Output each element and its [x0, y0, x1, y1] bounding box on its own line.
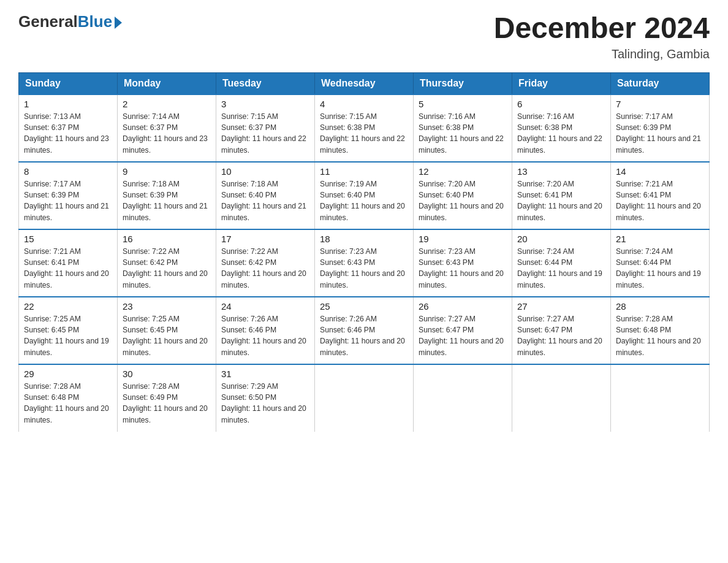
calendar-day-cell: 5Sunrise: 7:16 AMSunset: 6:38 PMDaylight…	[414, 94, 512, 162]
calendar-week-row: 1Sunrise: 7:13 AMSunset: 6:37 PMDaylight…	[19, 94, 710, 162]
day-number: 6	[517, 99, 605, 109]
calendar-day-cell	[315, 364, 414, 432]
calendar-day-cell: 27Sunrise: 7:27 AMSunset: 6:47 PMDayligh…	[512, 297, 611, 364]
day-number: 9	[123, 166, 211, 177]
calendar-day-cell: 31Sunrise: 7:29 AMSunset: 6:50 PMDayligh…	[216, 364, 315, 432]
day-number: 7	[616, 99, 704, 109]
day-number: 26	[419, 301, 507, 312]
calendar-day-cell: 18Sunrise: 7:23 AMSunset: 6:43 PMDayligh…	[315, 229, 414, 297]
day-info: Sunrise: 7:28 AMSunset: 6:48 PMDaylight:…	[616, 313, 704, 358]
calendar-day-cell: 16Sunrise: 7:22 AMSunset: 6:42 PMDayligh…	[118, 229, 216, 297]
logo: General Blue	[18, 12, 122, 31]
day-number: 23	[123, 301, 211, 312]
calendar-day-cell: 4Sunrise: 7:15 AMSunset: 6:38 PMDaylight…	[315, 94, 414, 162]
weekday-header-sunday: Sunday	[19, 72, 118, 94]
weekday-header-row: SundayMondayTuesdayWednesdayThursdayFrid…	[19, 72, 710, 94]
day-number: 29	[24, 369, 112, 379]
calendar-day-cell: 8Sunrise: 7:17 AMSunset: 6:39 PMDaylight…	[19, 162, 118, 229]
day-number: 8	[24, 166, 112, 177]
day-info: Sunrise: 7:26 AMSunset: 6:46 PMDaylight:…	[320, 313, 408, 358]
day-info: Sunrise: 7:25 AMSunset: 6:45 PMDaylight:…	[123, 313, 211, 358]
weekday-header-thursday: Thursday	[414, 72, 512, 94]
day-info: Sunrise: 7:23 AMSunset: 6:43 PMDaylight:…	[419, 246, 507, 291]
day-number: 3	[221, 99, 309, 109]
day-info: Sunrise: 7:24 AMSunset: 6:44 PMDaylight:…	[517, 246, 605, 291]
day-number: 17	[221, 234, 309, 244]
calendar-day-cell: 23Sunrise: 7:25 AMSunset: 6:45 PMDayligh…	[118, 297, 216, 364]
day-info: Sunrise: 7:15 AMSunset: 6:38 PMDaylight:…	[320, 111, 408, 156]
calendar-day-cell: 26Sunrise: 7:27 AMSunset: 6:47 PMDayligh…	[414, 297, 512, 364]
day-info: Sunrise: 7:17 AMSunset: 6:39 PMDaylight:…	[24, 178, 112, 223]
month-title: December 2024	[494, 12, 710, 45]
calendar-day-cell: 3Sunrise: 7:15 AMSunset: 6:37 PMDaylight…	[216, 94, 315, 162]
calendar-day-cell: 21Sunrise: 7:24 AMSunset: 6:44 PMDayligh…	[611, 229, 710, 297]
calendar-day-cell	[414, 364, 512, 432]
weekday-header-friday: Friday	[512, 72, 611, 94]
calendar-day-cell: 1Sunrise: 7:13 AMSunset: 6:37 PMDaylight…	[19, 94, 118, 162]
calendar-table: SundayMondayTuesdayWednesdayThursdayFrid…	[18, 72, 710, 432]
calendar-day-cell: 15Sunrise: 7:21 AMSunset: 6:41 PMDayligh…	[19, 229, 118, 297]
title-area: December 2024 Talinding, Gambia	[494, 12, 710, 61]
calendar-day-cell: 29Sunrise: 7:28 AMSunset: 6:48 PMDayligh…	[19, 364, 118, 432]
day-number: 22	[24, 301, 112, 312]
calendar-week-row: 15Sunrise: 7:21 AMSunset: 6:41 PMDayligh…	[19, 229, 710, 297]
calendar-day-cell: 24Sunrise: 7:26 AMSunset: 6:46 PMDayligh…	[216, 297, 315, 364]
day-number: 15	[24, 234, 112, 244]
day-info: Sunrise: 7:21 AMSunset: 6:41 PMDaylight:…	[616, 178, 704, 223]
day-info: Sunrise: 7:28 AMSunset: 6:48 PMDaylight:…	[24, 381, 112, 426]
calendar-week-row: 8Sunrise: 7:17 AMSunset: 6:39 PMDaylight…	[19, 162, 710, 229]
weekday-header-monday: Monday	[118, 72, 216, 94]
day-number: 30	[123, 369, 211, 379]
day-number: 13	[517, 166, 605, 177]
logo-blue-box: Blue	[78, 12, 122, 31]
day-number: 2	[123, 99, 211, 109]
day-number: 31	[221, 369, 309, 379]
logo-arrow-icon	[115, 17, 122, 29]
day-number: 24	[221, 301, 309, 312]
day-number: 25	[320, 301, 408, 312]
day-number: 20	[517, 234, 605, 244]
calendar-day-cell: 13Sunrise: 7:20 AMSunset: 6:41 PMDayligh…	[512, 162, 611, 229]
day-info: Sunrise: 7:18 AMSunset: 6:40 PMDaylight:…	[221, 178, 309, 223]
day-info: Sunrise: 7:18 AMSunset: 6:39 PMDaylight:…	[123, 178, 211, 223]
calendar-day-cell: 9Sunrise: 7:18 AMSunset: 6:39 PMDaylight…	[118, 162, 216, 229]
day-info: Sunrise: 7:24 AMSunset: 6:44 PMDaylight:…	[616, 246, 704, 291]
weekday-header-wednesday: Wednesday	[315, 72, 414, 94]
day-number: 18	[320, 234, 408, 244]
day-info: Sunrise: 7:29 AMSunset: 6:50 PMDaylight:…	[221, 381, 309, 426]
day-info: Sunrise: 7:13 AMSunset: 6:37 PMDaylight:…	[24, 111, 112, 156]
day-info: Sunrise: 7:28 AMSunset: 6:49 PMDaylight:…	[123, 381, 211, 426]
day-info: Sunrise: 7:26 AMSunset: 6:46 PMDaylight:…	[221, 313, 309, 358]
location-subtitle: Talinding, Gambia	[494, 47, 710, 61]
calendar-day-cell: 30Sunrise: 7:28 AMSunset: 6:49 PMDayligh…	[118, 364, 216, 432]
day-number: 11	[320, 166, 408, 177]
calendar-day-cell: 22Sunrise: 7:25 AMSunset: 6:45 PMDayligh…	[19, 297, 118, 364]
day-info: Sunrise: 7:27 AMSunset: 6:47 PMDaylight:…	[517, 313, 605, 358]
calendar-day-cell	[611, 364, 710, 432]
calendar-day-cell	[512, 364, 611, 432]
day-info: Sunrise: 7:19 AMSunset: 6:40 PMDaylight:…	[320, 178, 408, 223]
day-number: 10	[221, 166, 309, 177]
logo-general-text: General	[18, 12, 78, 31]
day-info: Sunrise: 7:25 AMSunset: 6:45 PMDaylight:…	[24, 313, 112, 358]
calendar-day-cell: 28Sunrise: 7:28 AMSunset: 6:48 PMDayligh…	[611, 297, 710, 364]
day-info: Sunrise: 7:20 AMSunset: 6:41 PMDaylight:…	[517, 178, 605, 223]
day-info: Sunrise: 7:16 AMSunset: 6:38 PMDaylight:…	[419, 111, 507, 156]
day-info: Sunrise: 7:16 AMSunset: 6:38 PMDaylight:…	[517, 111, 605, 156]
day-number: 19	[419, 234, 507, 244]
day-info: Sunrise: 7:20 AMSunset: 6:40 PMDaylight:…	[419, 178, 507, 223]
day-info: Sunrise: 7:14 AMSunset: 6:37 PMDaylight:…	[123, 111, 211, 156]
logo-blue-text: Blue	[78, 12, 112, 31]
calendar-day-cell: 7Sunrise: 7:17 AMSunset: 6:39 PMDaylight…	[611, 94, 710, 162]
weekday-header-tuesday: Tuesday	[216, 72, 315, 94]
calendar-day-cell: 17Sunrise: 7:22 AMSunset: 6:42 PMDayligh…	[216, 229, 315, 297]
day-info: Sunrise: 7:23 AMSunset: 6:43 PMDaylight:…	[320, 246, 408, 291]
calendar-day-cell: 11Sunrise: 7:19 AMSunset: 6:40 PMDayligh…	[315, 162, 414, 229]
page-header: General Blue December 2024 Talinding, Ga…	[18, 12, 710, 61]
calendar-day-cell: 14Sunrise: 7:21 AMSunset: 6:41 PMDayligh…	[611, 162, 710, 229]
day-number: 14	[616, 166, 704, 177]
day-info: Sunrise: 7:21 AMSunset: 6:41 PMDaylight:…	[24, 246, 112, 291]
calendar-day-cell: 19Sunrise: 7:23 AMSunset: 6:43 PMDayligh…	[414, 229, 512, 297]
day-number: 16	[123, 234, 211, 244]
calendar-day-cell: 12Sunrise: 7:20 AMSunset: 6:40 PMDayligh…	[414, 162, 512, 229]
